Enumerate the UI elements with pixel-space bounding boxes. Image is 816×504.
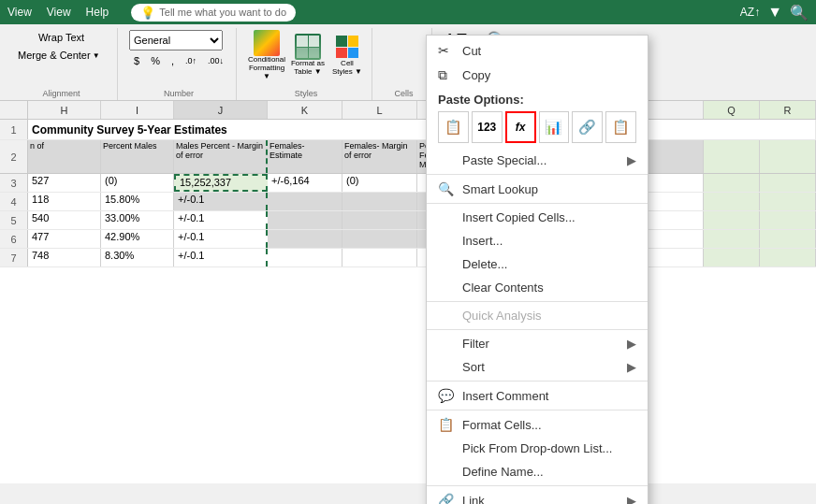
number-format-select[interactable]: General (129, 30, 223, 50)
cell-L7[interactable] (342, 249, 417, 266)
paste-special-item[interactable]: Paste Special... ▶ (427, 149, 648, 172)
cell-J3[interactable]: 15,252,337 (174, 174, 268, 192)
cell-L5[interactable] (342, 211, 417, 229)
col-header-R[interactable]: R (760, 101, 816, 119)
cell-K3[interactable]: +/-6,164 (268, 174, 342, 192)
col-header-H[interactable]: H (28, 101, 101, 119)
cell-Q5[interactable] (704, 211, 760, 229)
cell-Q2[interactable] (704, 140, 760, 173)
cell-L6[interactable] (342, 230, 417, 248)
paste-btn-2[interactable]: 123 (472, 111, 503, 143)
paste-btn-5[interactable]: 🔗 (572, 111, 603, 143)
link-item[interactable]: 🔗 Link ▶ (427, 488, 648, 504)
cell-Q7[interactable] (704, 249, 760, 266)
copy-label: Copy (462, 68, 490, 82)
cell-J6[interactable]: +/-0.1 (174, 230, 268, 248)
cell-R5[interactable] (760, 211, 816, 229)
conditional-formatting-btn[interactable]: ConditionalFormatting ▼ (248, 30, 285, 80)
paste-btn-3[interactable]: fx (505, 111, 536, 143)
paste-btn-6[interactable]: 📋 (605, 111, 636, 143)
insert-copied-item[interactable]: Insert Copied Cells... (427, 206, 648, 229)
cell-H5[interactable]: 540 (28, 211, 101, 229)
col-header-J[interactable]: J (174, 101, 268, 119)
cell-Q3[interactable] (704, 174, 760, 192)
merge-center-dropdown[interactable]: Merge & Center ▼ (13, 48, 109, 63)
dec-inc-button[interactable]: .0↑ (181, 54, 201, 67)
tell-me-box[interactable]: 💡 Tell me what you want to do (131, 4, 296, 22)
help-tab[interactable]: Help (86, 6, 109, 19)
cell-H4[interactable]: 118 (28, 193, 101, 210)
smart-lookup-item[interactable]: 🔍 Smart Lookup (427, 177, 648, 201)
paste-special-arrow: ▶ (627, 153, 636, 167)
row-header-corner (0, 101, 28, 119)
cell-L2[interactable]: Females- Margin of error (342, 140, 417, 173)
cell-I5[interactable]: 33.00% (101, 211, 174, 229)
cell-L4[interactable] (342, 193, 417, 210)
cell-H6[interactable]: 477 (28, 230, 101, 248)
cell-Q6[interactable] (704, 230, 760, 248)
paste-btn-4[interactable]: 📊 (539, 111, 570, 143)
cell-H3[interactable]: 527 (28, 174, 101, 192)
cell-J7[interactable]: +/-0.1 (174, 249, 268, 266)
dec-dec-button[interactable]: .00↓ (203, 54, 228, 67)
cell-I2[interactable]: Percent Males (101, 140, 174, 173)
col-header-K[interactable]: K (268, 101, 342, 119)
az-icon[interactable]: AZ↑ (740, 6, 760, 19)
sort-item[interactable]: Sort ▶ (427, 355, 648, 379)
dollar-button[interactable]: $ (129, 53, 144, 68)
cell-J2[interactable]: Males Percent - Margin of error (174, 140, 268, 173)
number-group-label: Number (122, 89, 236, 98)
cell-I7[interactable]: 8.30% (101, 249, 174, 266)
view-tab[interactable]: View (7, 6, 32, 19)
find-icon[interactable]: 🔍 (790, 4, 809, 22)
alignment-group-label: Alignment (6, 89, 117, 98)
cell-R7[interactable] (760, 249, 816, 266)
title-row: 1 Community Survey 5-Year Estimates (0, 120, 816, 140)
col-header-L[interactable]: L (342, 101, 417, 119)
paste-btn-1[interactable]: 📋 (438, 111, 469, 143)
cell-K6[interactable] (268, 230, 342, 248)
cell-styles-btn[interactable]: CellStyles ▼ (330, 34, 364, 77)
cell-K2[interactable]: Females- Estimate (268, 140, 342, 173)
row-num-7: 7 (0, 249, 28, 266)
funnel-icon[interactable]: ▼ (767, 4, 782, 21)
cut-item[interactable]: ✂ Cut (427, 38, 648, 63)
format-cells-item[interactable]: 📋 Format Cells... (427, 412, 648, 437)
cell-K7[interactable] (268, 249, 342, 266)
format-table-btn[interactable]: Format asTable ▼ (289, 34, 327, 77)
col-headers-row: H I J K L M ... Q R (0, 101, 816, 120)
view-tab2[interactable]: View (47, 6, 71, 19)
cell-R2[interactable] (760, 140, 816, 173)
paste-icons-row: 📋 123 fx 📊 🔗 📋 (427, 108, 648, 149)
define-name-item[interactable]: Define Name... (427, 460, 648, 483)
cell-K5[interactable] (268, 211, 342, 229)
row-num-4: 4 (0, 193, 28, 210)
cell-J4[interactable]: +/-0.1 (174, 193, 268, 210)
filter-item[interactable]: Filter ▶ (427, 332, 648, 355)
cell-H7[interactable]: 748 (28, 249, 101, 266)
wrap-text-button[interactable]: Wrap Text (13, 30, 109, 45)
cell-I3[interactable]: (0) (101, 174, 174, 192)
insert-comment-item[interactable]: 💬 Insert Comment (427, 383, 648, 408)
cell-K4[interactable] (268, 193, 342, 210)
cell-H2[interactable]: n of (28, 140, 101, 173)
delete-item[interactable]: Delete... (427, 252, 648, 276)
cell-R4[interactable] (760, 193, 816, 210)
cells-group: Cells (376, 28, 432, 100)
cell-I6[interactable]: 42.90% (101, 230, 174, 248)
cell-L3[interactable]: (0) (342, 174, 417, 192)
col-header-I[interactable]: I (101, 101, 174, 119)
cell-R3[interactable] (760, 174, 816, 192)
col-header-Q[interactable]: Q (704, 101, 760, 119)
clear-contents-item[interactable]: Clear Contents (427, 276, 648, 299)
percent-button[interactable]: % (146, 53, 165, 68)
pick-dropdown-item[interactable]: Pick From Drop-down List... (427, 437, 648, 460)
cell-Q4[interactable] (704, 193, 760, 210)
comma-button[interactable]: , (167, 53, 179, 68)
merge-center-arrow: ▼ (93, 51, 100, 60)
cell-I4[interactable]: 15.80% (101, 193, 174, 210)
cell-R6[interactable] (760, 230, 816, 248)
insert-item[interactable]: Insert... (427, 229, 648, 252)
copy-item[interactable]: ⧉ Copy (427, 63, 648, 88)
cell-J5[interactable]: +/-0.1 (174, 211, 268, 229)
